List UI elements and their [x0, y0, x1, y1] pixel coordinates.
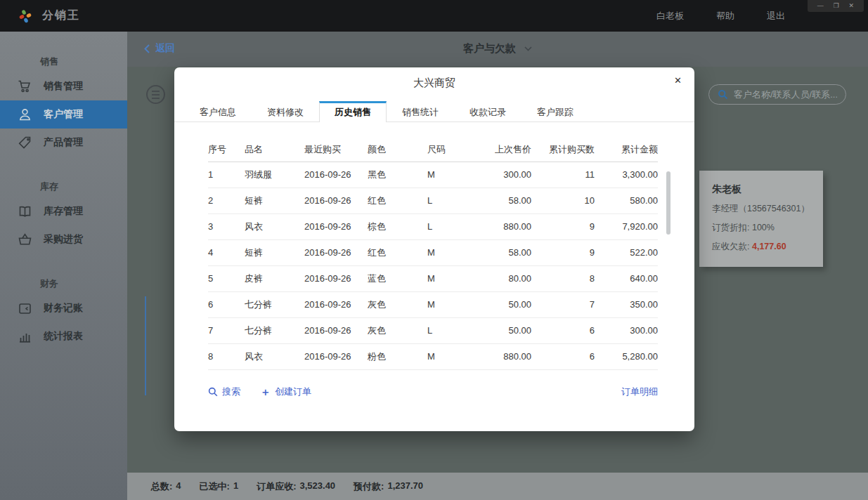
modal-title: 大兴商贸 — [174, 67, 694, 90]
table-row[interactable]: 1羽绒服2016-09-26黑色M300.00113,300.00 — [208, 162, 658, 188]
sidebar-item-bookkeeping[interactable]: 财务记账 — [0, 294, 127, 322]
app-name: 分销王 — [42, 8, 80, 23]
plus-icon: ＋ — [260, 386, 271, 399]
sidebar-section-sales: 销售 — [40, 55, 127, 68]
chevron-down-icon — [524, 46, 532, 51]
sidebar-item-label: 财务记账 — [44, 302, 83, 315]
table-row[interactable]: 7七分裤2016-09-26灰色L50.006300.00 — [208, 317, 658, 343]
selected-customer-card-edge — [145, 296, 146, 395]
scrollbar-thumb[interactable] — [666, 171, 671, 235]
sidebar: 销售 销售管理 客户管理 — [0, 32, 127, 500]
book-icon — [18, 204, 32, 219]
sidebar-item-inventory-management[interactable]: 库存管理 — [0, 197, 127, 225]
table-row[interactable]: 4短裤2016-09-26红色M58.009522.00 — [208, 239, 658, 265]
search-icon — [718, 89, 728, 100]
customer-debt: 应收欠款: 4,177.60 — [712, 241, 823, 253]
sidebar-section-inventory: 库存 — [40, 180, 127, 193]
page-title: 客户与欠款 — [463, 42, 516, 55]
status-prepaid: 预付款: 1,237.70 — [354, 480, 423, 493]
minimize-icon[interactable]: — — [817, 3, 824, 9]
sidebar-item-label: 采购进货 — [44, 233, 83, 246]
sidebar-section-finance: 财务 — [40, 277, 127, 290]
close-window-icon[interactable]: ✕ — [849, 3, 855, 9]
debt-amount: 4,177.60 — [752, 242, 786, 251]
window-controls: — ❐ ✕ — [808, 0, 864, 12]
customer-search-box[interactable]: 客户名称/联系人员/联系... — [708, 84, 846, 105]
customer-detail-modal: 大兴商贸 ✕ 客户信息 资料修改 历史销售 销售统计 收款记录 客户跟踪 序号 … — [174, 67, 694, 431]
ledger-icon — [18, 301, 32, 316]
tab-sales-history[interactable]: 历史销售 — [319, 101, 387, 122]
logout-menu[interactable]: 退出 — [767, 10, 785, 22]
customer-contact: 李经理（13567546301） — [712, 203, 823, 215]
app-window: 分销王 白老板 帮助 退出 — ❐ ✕ 销售 销售管理 — [0, 0, 868, 500]
sidebar-item-label: 销售管理 — [44, 80, 83, 93]
modal-footer: 搜索 ＋ 创建订单 订单明细 — [208, 386, 658, 399]
tab-customer-followup[interactable]: 客户跟踪 — [522, 101, 589, 122]
sidebar-item-customer-management[interactable]: 客户管理 — [0, 100, 127, 129]
page-header: 返回 客户与欠款 — [127, 32, 868, 67]
cart-icon — [18, 79, 32, 94]
tag-icon — [18, 136, 32, 150]
customer-discount: 订货折扣: 100% — [712, 222, 823, 234]
close-icon[interactable]: ✕ — [674, 75, 682, 86]
sidebar-item-label: 库存管理 — [44, 205, 83, 218]
customer-card[interactable]: 朱老板 李经理（13567546301） 订货折扣: 100% 应收欠款: 4,… — [699, 171, 823, 267]
customer-name: 朱老板 — [712, 183, 823, 196]
basket-icon — [18, 232, 32, 247]
help-menu[interactable]: 帮助 — [716, 10, 734, 22]
order-detail-link[interactable]: 订单明细 — [621, 386, 658, 398]
status-selected: 已选中: 1 — [200, 480, 239, 493]
create-order-button[interactable]: ＋ 创建订单 — [260, 386, 311, 399]
table-row[interactable]: 6七分裤2016-09-26灰色M50.007350.00 — [208, 291, 658, 317]
list-view-toggle-icon[interactable] — [146, 85, 165, 104]
table-header-row: 序号 品名 最近购买 颜色 尺码 上次售价 累计购买数 累计金额 — [208, 138, 658, 162]
table-row[interactable]: 3风衣2016-09-26棕色L880.0097,920.00 — [208, 213, 658, 239]
sidebar-item-reports[interactable]: 统计报表 — [0, 322, 127, 350]
sidebar-item-label: 统计报表 — [44, 330, 83, 343]
tab-edit-profile[interactable]: 资料修改 — [252, 101, 319, 122]
bar-chart-icon — [18, 329, 32, 344]
app-logo-icon — [18, 9, 32, 23]
status-order-receivable: 订单应收: 3,523.40 — [257, 480, 335, 493]
tab-customer-info[interactable]: 客户信息 — [184, 101, 252, 122]
page-title-dropdown[interactable]: 客户与欠款 — [127, 42, 868, 55]
sidebar-item-sales-management[interactable]: 销售管理 — [0, 72, 127, 100]
user-menu[interactable]: 白老板 — [656, 10, 684, 22]
table-row[interactable]: 5皮裤2016-09-26蓝色M80.008640.00 — [208, 265, 658, 291]
user-icon — [18, 107, 32, 122]
table-row[interactable]: 8风衣2016-09-26粉色M880.0065,280.00 — [208, 343, 658, 369]
sales-history-table: 序号 品名 最近购买 颜色 尺码 上次售价 累计购买数 累计金额 1羽绒服201… — [208, 138, 658, 370]
sidebar-item-product-management[interactable]: 产品管理 — [0, 129, 127, 157]
sidebar-item-label: 产品管理 — [44, 136, 83, 149]
search-icon — [208, 387, 218, 397]
status-total: 总数: 4 — [151, 480, 181, 493]
table-row[interactable]: 2短裤2016-09-26红色L58.0010580.00 — [208, 188, 658, 213]
tab-sales-stats[interactable]: 销售统计 — [387, 101, 454, 122]
sidebar-item-purchasing[interactable]: 采购进货 — [0, 225, 127, 254]
status-bar: 总数: 4 已选中: 1 订单应收: 3,523.40 预付款: 1,237.7… — [127, 473, 868, 500]
maximize-icon[interactable]: ❐ — [834, 3, 839, 9]
topbar: 分销王 白老板 帮助 退出 — ❐ ✕ — [0, 0, 868, 32]
tab-payment-records[interactable]: 收款记录 — [454, 101, 522, 122]
sidebar-item-label: 客户管理 — [44, 108, 83, 121]
search-orders-button[interactable]: 搜索 — [208, 386, 240, 398]
modal-tabs: 客户信息 资料修改 历史销售 销售统计 收款记录 客户跟踪 — [174, 100, 694, 122]
search-placeholder: 客户名称/联系人员/联系... — [734, 88, 837, 101]
